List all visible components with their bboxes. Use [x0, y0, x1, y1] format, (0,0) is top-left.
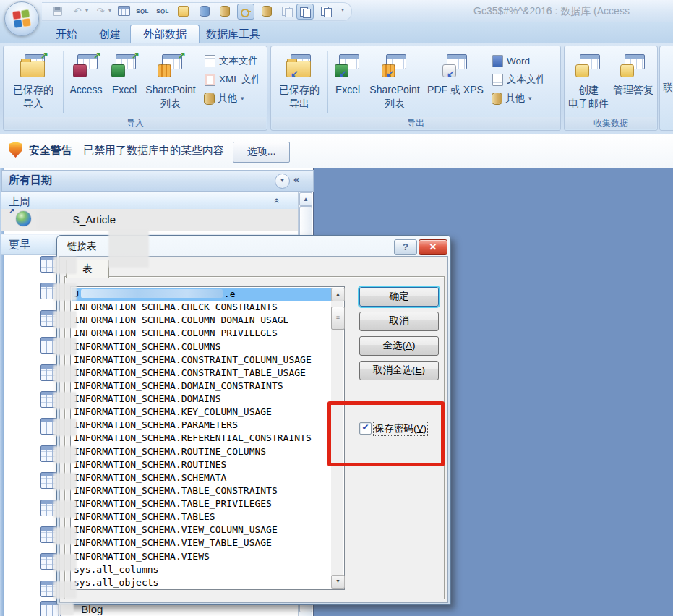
tab-external-data[interactable]: 外部数据 — [130, 25, 200, 44]
deselect-all-button[interactable]: 取消全选(E) — [359, 361, 439, 380]
undo-icon[interactable]: ↶ — [69, 4, 85, 18]
table-list-item[interactable]: INFORMATION_SCHEMA.DOMAINS — [72, 393, 331, 406]
access-icon: ↗ — [73, 54, 99, 77]
redacted-patch — [53, 581, 77, 599]
redacted-patch — [38, 210, 74, 229]
create-email-icon — [575, 54, 601, 77]
office-logo-icon — [12, 9, 31, 28]
save-icon[interactable] — [49, 4, 65, 18]
tab-database-tools[interactable]: 数据库工具 — [194, 25, 273, 43]
pdf-xps-icon: ↙ — [442, 54, 468, 77]
table-list-item[interactable]: INFORMATION_SCHEMA.PARAMETERS — [72, 419, 331, 432]
manage-replies-button[interactable]: 管理答复 — [611, 48, 656, 115]
shutter-bar-collapse-icon[interactable]: « — [293, 173, 299, 185]
table-list-item[interactable]: INFORMATION_SCHEMA.DOMAIN_CONSTRAINTS — [72, 380, 331, 393]
scrollbar-thumb[interactable]: ≡ — [331, 307, 345, 330]
scroll-up-icon[interactable]: ▲ — [299, 192, 312, 206]
text-file-icon — [492, 74, 503, 86]
qat-customize-button[interactable]: ▾ — [338, 7, 347, 13]
saved-exports-button[interactable]: ↙ 已保存的导出 — [274, 48, 325, 115]
quick-access-toolbar: ↶ ▾ ↷ ▾ SQL SQL ▾ — [42, 2, 352, 21]
ribbon-group-collect-data: 创建电子邮件 管理答复 收集数据 — [564, 46, 658, 131]
scroll-down-icon[interactable]: ▼ — [331, 575, 345, 589]
options-button[interactable]: 选项... — [233, 142, 290, 163]
table-list-item[interactable]: INFORMATION_SCHEMA.COLUMN_DOMAIN_USAGE — [72, 314, 331, 327]
import-sharepoint-button[interactable]: ↗ SharePoint列表 — [141, 48, 200, 115]
help-icon[interactable]: ? — [394, 239, 417, 255]
clipped-group-text: 联 — [663, 82, 673, 95]
print-pages-icon[interactable] — [318, 4, 334, 18]
tab-home[interactable]: 开始 — [43, 25, 90, 43]
table-list-item[interactable]: INFORMATION_SCHEMA.CONSTRAINT_COLUMN_USA… — [72, 354, 331, 367]
object-dependencies-icon[interactable] — [279, 4, 295, 18]
ribbon-tab-strip: 开始 创建 外部数据 数据库工具 — [0, 22, 673, 43]
export-pdf-xps-button[interactable]: ↙ PDF 或 XPS — [424, 48, 486, 115]
table-list-item[interactable]: INFORMATION_SCHEMA.COLUMNS — [72, 341, 331, 354]
import-xml-file-button[interactable]: XML 文件 — [205, 72, 261, 87]
scroll-up-icon[interactable]: ▲ — [331, 288, 345, 301]
refresh-data-icon[interactable] — [197, 4, 213, 18]
collect-data-group-label[interactable]: 收集数据 — [565, 117, 656, 129]
table-list-item[interactable]: INFORMATION_SCHEMA.REFERENTIAL_CONSTRAIN… — [72, 432, 331, 445]
datasheet-view-icon[interactable] — [116, 4, 132, 18]
nav-menu-dropdown-icon[interactable]: ▼ — [275, 174, 290, 189]
table-list-item[interactable]: INFORMATION_SCHEMA.VIEW_TABLE_USAGE — [72, 536, 331, 549]
table-list-item-selected[interactable]: J.e — [72, 288, 331, 301]
ribbon-group-import: ↗ 已保存的导入 ↗ Access ↗ Excel ↗ SharePoint列表… — [3, 46, 267, 131]
table-list-item[interactable]: sys.all_columns — [72, 563, 331, 576]
table-list-item[interactable]: INFORMATION_SCHEMA.VIEWS — [72, 550, 331, 563]
more-sources-icon — [205, 93, 214, 104]
saved-imports-button[interactable]: ↗ 已保存的导入 — [5, 48, 61, 115]
create-email-button[interactable]: 创建电子邮件 — [566, 48, 611, 115]
cancel-button[interactable]: 取消 — [359, 312, 439, 331]
import-more-button[interactable]: 其他▾ — [205, 90, 244, 106]
export-sharepoint-button[interactable]: ↙ SharePoint列表 — [365, 48, 424, 115]
sql-view-icon[interactable]: SQL — [134, 4, 150, 18]
redo-icon[interactable]: ↷ — [93, 4, 108, 18]
export-group-label[interactable]: 导出 — [272, 117, 560, 129]
undo-dropdown-icon[interactable]: ▾ — [85, 7, 93, 14]
export-text-file-button[interactable]: 文本文件 — [492, 72, 546, 87]
sql-query-icon[interactable]: SQL — [155, 4, 171, 18]
table-list-item[interactable]: INFORMATION_SCHEMA.ROUTINE_COLUMNS — [72, 445, 331, 458]
excel-icon: ↙ — [335, 54, 361, 77]
table-list-item[interactable]: INFORMATION_SCHEMA.TABLES — [72, 510, 331, 523]
table-list-item[interactable]: INFORMATION_SCHEMA.ROUTINES — [72, 458, 331, 471]
sharepoint-icon: ↙ — [382, 54, 408, 77]
redo-dropdown-icon[interactable]: ▾ — [108, 7, 116, 14]
saved-exports-icon: ↙ — [286, 54, 312, 77]
export-more-button[interactable]: 其他▾ — [492, 90, 532, 106]
collapse-section-icon[interactable]: « — [272, 198, 283, 203]
export-excel-button[interactable]: ↙ Excel — [330, 48, 365, 115]
close-icon[interactable]: ✕ — [419, 239, 447, 255]
table-list[interactable]: J.e INFORMATION_SCHEMA.CHECK_CONSTRAINTS… — [70, 286, 345, 590]
tab-create[interactable]: 创建 — [87, 25, 133, 43]
select-all-button[interactable]: 全选(A) — [359, 336, 439, 356]
table-list-item[interactable]: INFORMATION_SCHEMA.CONSTRAINT_TABLE_USAG… — [72, 367, 331, 380]
xml-file-icon — [205, 74, 215, 86]
table-list-item[interactable]: INFORMATION_SCHEMA.SCHEMATA — [72, 471, 331, 484]
import-text-file-button[interactable]: 文本文件 — [205, 53, 258, 69]
office-button[interactable] — [4, 1, 39, 36]
export-word-button[interactable]: Word — [492, 53, 530, 69]
table-list-item[interactable]: INFORMATION_SCHEMA.KEY_COLUMN_USAGE — [72, 406, 331, 419]
redacted-patch — [53, 392, 77, 409]
database-properties-icon[interactable] — [259, 4, 275, 18]
redacted-patch — [53, 500, 77, 518]
table-list-item[interactable]: INFORMATION_SCHEMA.TABLE_PRIVILEGES — [72, 497, 331, 510]
property-sheet-icon[interactable] — [175, 4, 191, 18]
import-group-label[interactable]: 导入 — [4, 117, 266, 129]
import-access-button[interactable]: ↗ Access — [64, 48, 108, 115]
nav-item-article-label[interactable]: S_Article — [72, 213, 116, 226]
ok-button[interactable]: 确定 — [359, 287, 439, 307]
link-arrow-icon: ↗ — [9, 207, 14, 215]
switch-windows-icon[interactable] — [296, 4, 314, 20]
table-list-item[interactable]: INFORMATION_SCHEMA.TABLE_CONSTRAINTS — [72, 484, 331, 497]
table-list-item[interactable]: INFORMATION_SCHEMA.COLUMN_PRIVILEGES — [72, 327, 331, 340]
linked-table-icon[interactable] — [217, 4, 233, 18]
table-list-item[interactable]: INFORMATION_SCHEMA.CHECK_CONSTRAINTS — [72, 301, 331, 314]
table-list-item[interactable]: sys.all_objects — [72, 576, 331, 589]
manage-keys-icon[interactable] — [237, 4, 254, 20]
chevron-down-icon: ▾ — [241, 95, 244, 102]
table-list-item[interactable]: INFORMATION_SCHEMA.VIEW_COLUMN_USAGE — [72, 523, 331, 536]
